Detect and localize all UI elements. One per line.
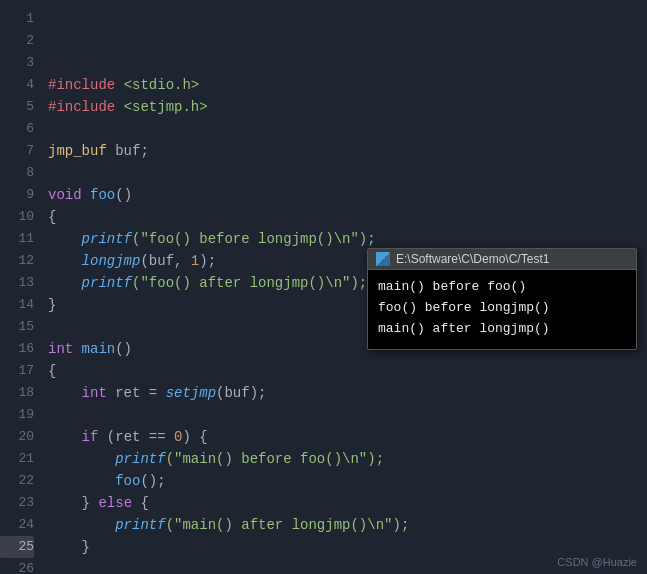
line-number-8: 8 [0,162,34,184]
code-line-16 [48,404,647,426]
terminal-popup: E:\Software\C\Demo\C/Test1 main() before… [367,248,637,350]
line-number-22: 22 [0,470,34,492]
line-number-15: 15 [0,316,34,338]
line-number-5: 5 [0,96,34,118]
code-line-22: } [48,536,647,558]
code-line-18: printf("main() before foo()\n"); [48,448,647,470]
code-line-3 [48,118,647,140]
line-number-21: 21 [0,448,34,470]
code-line-5 [48,162,647,184]
line-number-13: 13 [0,272,34,294]
line-number-2: 2 [0,30,34,52]
line-number-14: 14 [0,294,34,316]
line-number-16: 16 [0,338,34,360]
watermark: CSDN @Huazie [557,556,637,568]
terminal-title: E:\Software\C\Demo\C/Test1 [396,252,549,266]
code-line-6: void foo() [48,184,647,206]
line-number-26: 26 [0,558,34,574]
code-line-1: #include <stdio.h> [48,74,647,96]
line-number-12: 12 [0,250,34,272]
terminal-titlebar: E:\Software\C\Demo\C/Test1 [368,249,636,270]
line-number-25: 25 [0,536,34,558]
code-line-2: #include <setjmp.h> [48,96,647,118]
terminal-line-2: main() after longjmp() [378,318,626,339]
line-number-4: 4 [0,74,34,96]
code-line-15: int ret = setjmp(buf); [48,382,647,404]
line-number-9: 9 [0,184,34,206]
line-number-18: 18 [0,382,34,404]
terminal-line-0: main() before foo() [378,276,626,297]
line-number-20: 20 [0,426,34,448]
line-numbers: 1234567891011121314151617181920212223242… [0,0,42,574]
line-number-11: 11 [0,228,34,250]
code-line-17: if (ret == 0) { [48,426,647,448]
line-number-7: 7 [0,140,34,162]
line-number-1: 1 [0,8,34,30]
line-number-6: 6 [0,118,34,140]
code-line-8: printf("foo() before longjmp()\n"); [48,228,647,250]
line-number-23: 23 [0,492,34,514]
terminal-body: main() before foo()foo() before longjmp(… [368,270,636,349]
code-line-21: printf("main() after longjmp()\n"); [48,514,647,536]
code-line-19: foo(); [48,470,647,492]
code-line-14: { [48,360,647,382]
terminal-icon [376,252,390,266]
line-number-10: 10 [0,206,34,228]
line-number-3: 3 [0,52,34,74]
code-line-20: } else { [48,492,647,514]
terminal-line-1: foo() before longjmp() [378,297,626,318]
code-line-4: jmp_buf buf; [48,140,647,162]
line-number-19: 19 [0,404,34,426]
line-number-17: 17 [0,360,34,382]
line-number-24: 24 [0,514,34,536]
code-line-7: { [48,206,647,228]
